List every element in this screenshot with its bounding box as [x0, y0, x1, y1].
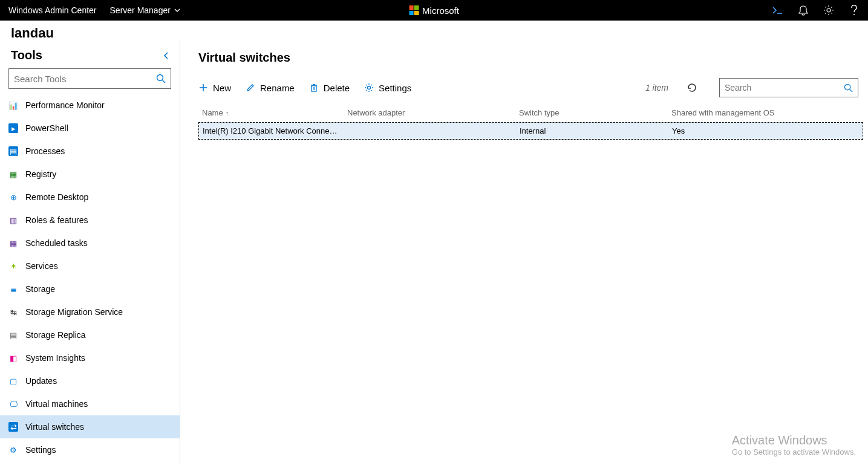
- sidebar-item-performance-monitor[interactable]: 📊Performance Monitor: [0, 94, 180, 117]
- sidebar-item-settings[interactable]: ⚙Settings: [0, 438, 180, 461]
- sidebar-item-label: Storage Replica: [25, 330, 86, 340]
- vm-icon: 🖵: [8, 399, 18, 409]
- page-title: Virtual switches: [198, 51, 868, 65]
- console-icon[interactable]: [772, 5, 783, 16]
- svg-line-14: [850, 89, 852, 91]
- svg-point-2: [853, 14, 855, 15]
- sidebar-item-storage-migration[interactable]: ↹Storage Migration Service: [0, 300, 180, 323]
- rename-label: Rename: [260, 83, 295, 93]
- gear-icon: [364, 83, 374, 93]
- registry-icon: ▦: [8, 169, 18, 179]
- vswitch-icon: ⇄: [8, 422, 18, 432]
- microsoft-logo-icon: [409, 5, 419, 15]
- sidebar-item-label: System Insights: [25, 353, 85, 363]
- new-button[interactable]: New: [198, 83, 231, 93]
- topbar: Windows Admin Center Server Manager Micr…: [0, 0, 868, 21]
- sidebar-item-storage-replica[interactable]: ▤Storage Replica: [0, 323, 180, 346]
- gear-icon[interactable]: [823, 5, 834, 16]
- chart-icon: 📊: [8, 100, 18, 110]
- sidebar-item-updates[interactable]: ▢Updates: [0, 369, 180, 392]
- sidebar-item-virtual-machines[interactable]: 🖵Virtual machines: [0, 392, 180, 415]
- sidebar-item-storage[interactable]: ≣Storage: [0, 278, 180, 300]
- tools-search-input[interactable]: [14, 74, 156, 84]
- chevron-down-icon: [174, 7, 180, 13]
- tools-list[interactable]: 📊Performance Monitor ▸PowerShell ▤Proces…: [0, 94, 180, 465]
- item-count: 1 item: [645, 83, 668, 93]
- watermark-title: Activate Windows: [732, 434, 856, 447]
- insights-icon: ◧: [8, 353, 18, 363]
- cell-type: Internal: [516, 126, 668, 135]
- sidebar-item-label: Services: [25, 261, 58, 271]
- brand: Microsoft: [409, 5, 459, 16]
- sidebar-item-processes[interactable]: ▤Processes: [0, 140, 180, 163]
- collapse-icon[interactable]: [163, 51, 169, 60]
- table-row[interactable]: Intel(R) I210 Gigabit Network Connectio.…: [198, 122, 863, 140]
- help-icon[interactable]: [849, 5, 860, 16]
- process-icon: ▤: [8, 146, 18, 156]
- sidebar-item-scheduled-tasks[interactable]: ▦Scheduled tasks: [0, 232, 180, 255]
- rename-button[interactable]: Rename: [246, 83, 295, 93]
- grid: Name↑ Network adapter Switch type Shared…: [198, 106, 868, 140]
- app-title: Windows Admin Center: [8, 5, 97, 15]
- sidebar-item-label: Performance Monitor: [25, 100, 105, 110]
- updates-icon: ▢: [8, 376, 18, 386]
- cell-adapter: [344, 126, 516, 135]
- bell-icon[interactable]: [798, 5, 809, 16]
- tools-search[interactable]: [8, 68, 171, 89]
- watermark-sub: Go to Settings to activate Windows.: [732, 447, 856, 456]
- new-label: New: [213, 83, 231, 93]
- col-shared[interactable]: Shared with management OS: [668, 108, 868, 117]
- grid-search-input[interactable]: [725, 83, 844, 93]
- migration-icon: ↹: [8, 307, 18, 317]
- sidebar-item-system-insights[interactable]: ◧System Insights: [0, 346, 180, 369]
- scope-label: Server Manager: [110, 5, 171, 15]
- gear-icon: ⚙: [8, 445, 18, 455]
- content: Virtual switches New Rename Delete Setti…: [180, 41, 868, 465]
- cell-name: Intel(R) I210 Gigabit Network Connectio.…: [199, 126, 344, 135]
- trash-icon: [309, 83, 319, 93]
- scope-dropdown[interactable]: Server Manager: [110, 5, 180, 15]
- calendar-icon: ▦: [8, 238, 18, 248]
- activation-watermark: Activate Windows Go to Settings to activ…: [732, 434, 856, 456]
- sidebar: Tools 📊Performance Monitor ▸PowerShell ▤…: [0, 41, 180, 465]
- settings-label: Settings: [379, 83, 411, 93]
- sidebar-item-label: Storage Migration Service: [25, 307, 123, 317]
- sidebar-item-virtual-switches[interactable]: ⇄Virtual switches: [0, 415, 180, 438]
- svg-point-12: [368, 86, 371, 89]
- pencil-icon: [246, 83, 255, 93]
- plus-icon: [198, 83, 208, 93]
- search-icon: [844, 83, 853, 93]
- search-icon: [156, 74, 166, 83]
- sidebar-item-label: Virtual switches: [25, 422, 84, 432]
- grid-search[interactable]: [719, 78, 858, 97]
- svg-point-13: [844, 84, 850, 89]
- svg-rect-7: [312, 86, 316, 91]
- sidebar-item-label: Settings: [25, 445, 56, 455]
- sidebar-item-remote-desktop[interactable]: ⊕Remote Desktop: [0, 186, 180, 209]
- disk-icon: ≣: [8, 284, 18, 294]
- sidebar-item-label: Processes: [25, 146, 65, 156]
- grid-header: Name↑ Network adapter Switch type Shared…: [198, 106, 868, 122]
- sidebar-item-powershell[interactable]: ▸PowerShell: [0, 117, 180, 140]
- powershell-icon: ▸: [8, 123, 18, 133]
- settings-button[interactable]: Settings: [364, 83, 411, 93]
- col-switch-type[interactable]: Switch type: [515, 108, 668, 117]
- refresh-button[interactable]: [687, 82, 697, 93]
- brand-label: Microsoft: [422, 5, 459, 16]
- sidebar-item-label: Updates: [25, 376, 57, 386]
- delete-button[interactable]: Delete: [309, 83, 350, 93]
- toolbar: New Rename Delete Settings 1 item: [198, 76, 868, 106]
- gear-icon: ✶: [8, 261, 18, 271]
- sidebar-item-label: Remote Desktop: [25, 192, 88, 202]
- col-name[interactable]: Name↑: [198, 108, 344, 117]
- remote-desktop-icon: ⊕: [8, 192, 18, 202]
- roles-icon: ▥: [8, 215, 18, 225]
- sidebar-item-roles-features[interactable]: ▥Roles & features: [0, 209, 180, 232]
- col-network-adapter[interactable]: Network adapter: [344, 108, 515, 117]
- sidebar-item-label: PowerShell: [25, 123, 68, 133]
- delete-label: Delete: [324, 83, 350, 93]
- sidebar-item-registry[interactable]: ▦Registry: [0, 163, 180, 186]
- sidebar-item-services[interactable]: ✶Services: [0, 255, 180, 278]
- sidebar-item-label: Roles & features: [25, 215, 88, 225]
- sidebar-item-label: Registry: [25, 169, 56, 179]
